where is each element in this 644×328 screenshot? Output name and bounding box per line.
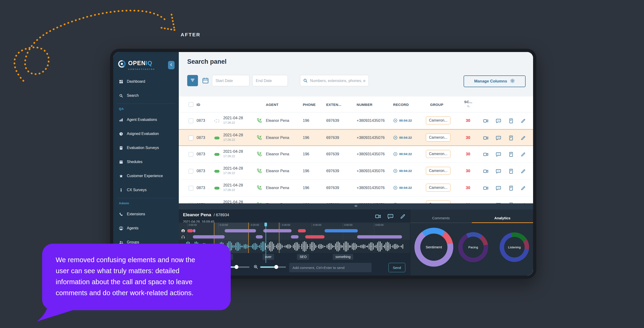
tab-analytics[interactable]: Analytics bbox=[472, 214, 533, 222]
sidebar-item-search[interactable]: Search bbox=[113, 89, 179, 103]
search-input[interactable] bbox=[300, 75, 369, 86]
sidebar-item-agents[interactable]: Agents bbox=[113, 221, 179, 235]
row-checkbox[interactable] bbox=[188, 118, 193, 123]
donut-label: Listening bbox=[504, 237, 525, 257]
timeline-segment[interactable] bbox=[187, 229, 193, 232]
chat-icon[interactable] bbox=[496, 135, 501, 141]
file-icon[interactable] bbox=[508, 185, 514, 191]
tab-comments[interactable]: Comments bbox=[410, 214, 472, 222]
comment-input[interactable] bbox=[289, 263, 372, 272]
record-play[interactable]: 00:04:22 bbox=[393, 169, 412, 173]
pencil-icon[interactable] bbox=[400, 213, 406, 220]
volume-slider[interactable] bbox=[229, 266, 250, 268]
table-row[interactable]: 08732021-04-2817:26:22Eleanor Pena196697… bbox=[179, 146, 533, 163]
sidebar-item-asigned-evaluation[interactable]: Asigned Evaluation bbox=[113, 127, 179, 141]
record-play[interactable]: 00:04:22 bbox=[393, 152, 412, 156]
keyword-chip[interactable]: something bbox=[333, 254, 353, 260]
table-row[interactable]: 08732021-04-2817:26:22Eleanor Pena196697… bbox=[179, 197, 533, 203]
group-chip[interactable]: Cameron... bbox=[426, 116, 450, 124]
table-row[interactable]: 08732021-04-2817:26:22Eleanor Pena196697… bbox=[179, 129, 533, 146]
pencil-icon[interactable] bbox=[520, 135, 526, 141]
row-checkbox[interactable] bbox=[188, 169, 193, 174]
video-icon[interactable] bbox=[483, 135, 488, 141]
col-agent[interactable]: AGENT bbox=[266, 103, 278, 107]
group-chip[interactable]: Cameron... bbox=[426, 201, 450, 203]
sidebar-item-dashboard[interactable]: Dashboard bbox=[113, 75, 179, 89]
col-number[interactable]: NUMBER bbox=[357, 103, 372, 107]
video-icon[interactable] bbox=[375, 213, 381, 220]
group-chip[interactable]: Cameron... bbox=[426, 184, 450, 192]
timeline-segment[interactable] bbox=[357, 235, 402, 239]
sidebar-item-shedules[interactable]: Shedules bbox=[113, 155, 179, 169]
chat-icon[interactable] bbox=[496, 185, 501, 191]
sidebar-item-customer-experience[interactable]: Customer Experience bbox=[113, 169, 179, 183]
chat-icon[interactable] bbox=[387, 213, 394, 220]
row-id: 0873 bbox=[196, 169, 205, 173]
row-checkbox[interactable] bbox=[188, 186, 193, 191]
file-icon[interactable] bbox=[508, 169, 514, 174]
table-row[interactable]: 08732021-04-2817:26:22Eleanor Pena196697… bbox=[179, 163, 533, 180]
timeline-segment[interactable] bbox=[298, 229, 306, 232]
pencil-icon[interactable] bbox=[520, 118, 526, 124]
panel-resize-handle[interactable] bbox=[179, 203, 533, 210]
incoming-call-icon bbox=[256, 135, 262, 140]
end-date-input[interactable] bbox=[252, 75, 288, 86]
table-row[interactable]: 08732021-04-2817:26:22Eleanor Pena196697… bbox=[179, 180, 533, 197]
table-row[interactable]: 08732021-04-2817:26:22Eleanor Pena196697… bbox=[179, 112, 533, 129]
col-phone[interactable]: PHONE bbox=[303, 103, 316, 107]
select-all-checkbox[interactable] bbox=[188, 102, 193, 107]
pencil-icon[interactable] bbox=[520, 169, 526, 174]
chat-icon[interactable] bbox=[496, 169, 501, 174]
group-chip[interactable]: Cameron... bbox=[426, 167, 450, 175]
file-icon[interactable] bbox=[508, 151, 514, 157]
manage-columns-button[interactable]: Manage Columns bbox=[464, 75, 526, 87]
timeline-segment[interactable] bbox=[256, 235, 263, 239]
sidebar-collapse-button[interactable] bbox=[168, 61, 174, 69]
video-icon[interactable] bbox=[483, 169, 488, 174]
table-body: 08732021-04-2817:26:22Eleanor Pena196697… bbox=[179, 112, 533, 203]
timeline-segment[interactable] bbox=[193, 235, 225, 239]
col-id[interactable]: ID bbox=[196, 103, 200, 107]
timeline-segment[interactable] bbox=[225, 229, 256, 232]
pencil-icon[interactable] bbox=[520, 151, 526, 157]
col-score[interactable]: SC...% bbox=[461, 100, 475, 108]
video-icon[interactable] bbox=[483, 118, 488, 124]
group-chip[interactable]: Cameron... bbox=[426, 133, 450, 141]
brand-tagline-primary: CONTACT bbox=[128, 68, 143, 70]
timeline-segment[interactable] bbox=[324, 229, 358, 232]
calendar-picker-icon[interactable] bbox=[202, 77, 209, 84]
row-checkbox[interactable] bbox=[188, 152, 193, 157]
timeline-segment[interactable] bbox=[193, 229, 195, 232]
col-record[interactable]: RECORD bbox=[393, 103, 409, 107]
sidebar-item-evaluation-surveys[interactable]: Evaluation Surveys bbox=[113, 141, 179, 155]
row-checkbox[interactable] bbox=[188, 136, 193, 140]
filter-button[interactable] bbox=[187, 75, 198, 86]
zoom-slider[interactable] bbox=[260, 266, 286, 268]
timeline-segment[interactable] bbox=[305, 235, 324, 239]
record-play[interactable]: 00:04:22 bbox=[393, 118, 412, 123]
start-date-input[interactable] bbox=[212, 75, 250, 86]
pencil-icon[interactable] bbox=[520, 185, 526, 191]
sidebar-item-cx-surveys[interactable]: CX Surveys bbox=[113, 183, 179, 197]
sidebar-item-agent-evaluations[interactable]: Agent Evaluations bbox=[113, 113, 179, 127]
sidebar-item-extensions[interactable]: Extensions bbox=[113, 207, 179, 221]
row-time: 17:26:22 bbox=[223, 171, 243, 175]
record-play[interactable]: 00:04:22 bbox=[393, 186, 412, 190]
chat-icon[interactable] bbox=[496, 151, 501, 157]
video-icon[interactable] bbox=[483, 185, 488, 191]
keyword-chip[interactable]: over bbox=[262, 254, 274, 260]
send-button[interactable]: Send bbox=[388, 263, 405, 272]
col-group[interactable]: GROUP bbox=[430, 103, 444, 107]
filter-icon bbox=[190, 77, 196, 84]
col-extension[interactable]: EXTEN... bbox=[326, 103, 342, 107]
record-play[interactable]: 00:04:22 bbox=[393, 135, 412, 140]
video-icon[interactable] bbox=[483, 151, 488, 157]
file-icon[interactable] bbox=[508, 118, 514, 124]
file-icon[interactable] bbox=[508, 135, 514, 141]
timeline-segment[interactable] bbox=[291, 235, 298, 239]
playhead-line[interactable] bbox=[266, 224, 266, 263]
group-chip[interactable]: Cameron... bbox=[426, 150, 450, 158]
timeline-segment[interactable] bbox=[263, 229, 292, 232]
chat-icon[interactable] bbox=[496, 118, 501, 124]
keyword-chip[interactable]: SEO bbox=[297, 254, 309, 260]
